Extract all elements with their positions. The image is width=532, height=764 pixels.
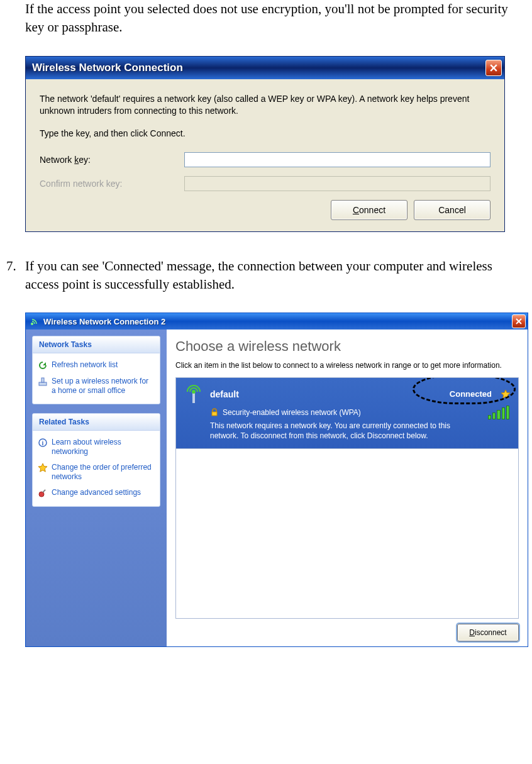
cancel-button[interactable]: Cancel [414, 200, 490, 220]
network-list: default Connected Security-enabled wirel… [175, 377, 519, 619]
sidebar: Network Tasks Refresh network list [26, 329, 167, 646]
settings-icon [38, 488, 48, 498]
star-icon [38, 463, 48, 473]
signal-strength-icon [488, 407, 509, 419]
task-label: Learn about wireless networking [52, 438, 155, 457]
dialog2-titlebar: Wireless Network Connection 2 [26, 313, 528, 329]
panel-header: Network Tasks [33, 336, 160, 353]
close-icon [516, 318, 522, 324]
disconnect-button[interactable]: Disconnect [457, 624, 519, 641]
learn-task[interactable]: i Learn about wireless networking [38, 435, 155, 460]
wireless-icon [30, 316, 40, 326]
main-pane: Choose a wireless network Click an item … [167, 329, 528, 646]
network-key-input[interactable] [184, 152, 490, 167]
dialog-titlebar: Wireless Network Connection [26, 57, 504, 79]
related-tasks-panel: Related Tasks i Learn about wireless net… [32, 413, 160, 507]
step-number: 7. [6, 257, 25, 294]
favorite-star-icon [501, 389, 511, 399]
svg-point-0 [31, 323, 33, 325]
main-subtext: Click an item in the list below to conne… [175, 361, 519, 371]
confirm-key-label: Confirm network key: [40, 179, 184, 189]
confirm-key-input [184, 176, 490, 191]
step-text: If you can see 'Connected' message, the … [25, 257, 519, 294]
advanced-settings-task[interactable]: Change advanced settings [38, 485, 155, 501]
antenna-icon [184, 384, 204, 404]
main-heading: Choose a wireless network [175, 338, 519, 355]
close-button[interactable] [485, 60, 502, 76]
refresh-icon [38, 360, 48, 370]
security-text: Security-enabled wireless network (WPA) [223, 408, 361, 417]
svg-text:i: i [42, 440, 44, 446]
info-icon: i [38, 438, 48, 448]
close-button-2[interactable] [512, 314, 526, 328]
intro-paragraph: If the access point you selected does no… [25, 0, 519, 37]
setup-icon [38, 377, 48, 387]
connection-status: Connected [450, 389, 492, 399]
refresh-network-list-task[interactable]: Refresh network list [38, 357, 155, 374]
svg-rect-7 [192, 393, 195, 403]
network-key-label: Network key: [40, 155, 184, 165]
connect-button[interactable]: Connect [331, 200, 407, 220]
network-ssid: default [210, 389, 443, 399]
task-label: Change the order of preferred networks [52, 463, 155, 482]
network-item[interactable]: default Connected Security-enabled wirel… [176, 378, 518, 449]
change-order-task[interactable]: Change the order of preferred networks [38, 460, 155, 485]
svg-rect-2 [42, 378, 44, 382]
network-message: This network requires a network key. You… [210, 421, 511, 441]
svg-rect-1 [39, 382, 47, 385]
task-label: Change advanced settings [52, 488, 141, 497]
dialog-description: The network 'default' requires a network… [40, 93, 490, 117]
dialog-instruction: Type the key, and then click Connect. [40, 128, 490, 138]
network-key-dialog: Wireless Network Connection The network … [25, 56, 505, 232]
svg-rect-9 [212, 412, 217, 416]
lock-icon [210, 408, 219, 417]
svg-rect-6 [42, 490, 46, 494]
task-label: Set up a wireless network for a home or … [52, 377, 155, 396]
task-label: Refresh network list [52, 360, 118, 370]
network-tasks-panel: Network Tasks Refresh network list [32, 336, 160, 404]
wireless-list-dialog: Wireless Network Connection 2 Network Ta… [25, 313, 528, 647]
dialog-title: Wireless Network Connection [32, 62, 485, 74]
close-icon [490, 64, 497, 72]
panel-header: Related Tasks [33, 414, 160, 431]
svg-point-8 [192, 390, 196, 394]
setup-network-task[interactable]: Set up a wireless network for a home or … [38, 374, 155, 399]
dialog2-title: Wireless Network Connection 2 [43, 317, 512, 326]
